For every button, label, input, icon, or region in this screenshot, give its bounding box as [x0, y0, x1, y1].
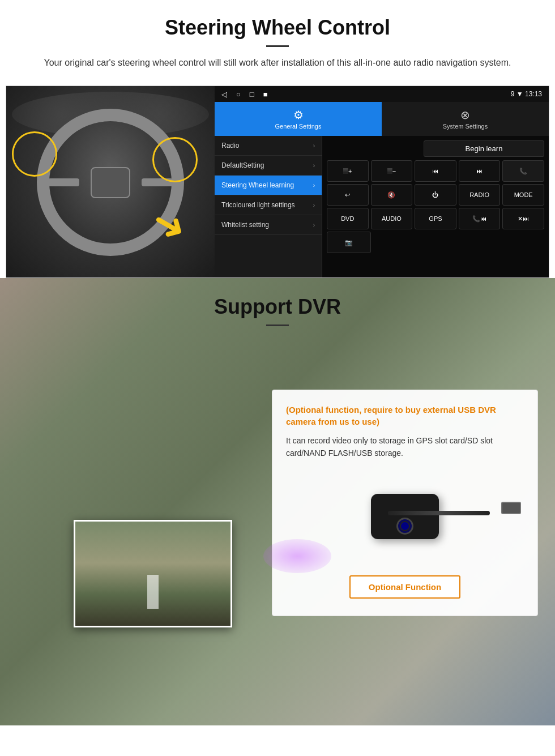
thumb-road-line — [147, 575, 159, 609]
ctrl-row-2: ↩ 🔇 ⏻ RADIO MODE — [327, 184, 544, 206]
dvr-camera-image — [286, 471, 524, 562]
camera-lens — [396, 518, 413, 535]
dvr-optional-text: (Optional function, require to buy exter… — [286, 404, 524, 428]
ctrl-row-1: 𝄚+ 𝄚− ⏮ ⏭ 📞 — [327, 160, 544, 182]
mode-button[interactable]: MODE — [502, 184, 544, 206]
dvr-thumbnail-inner — [75, 522, 230, 626]
chevron-icon: › — [313, 202, 315, 208]
back-call-button[interactable]: ↩ — [327, 184, 369, 206]
back-icon[interactable]: ◁ — [221, 90, 227, 99]
menu-item-whitelist-label: Whitelist setting — [221, 221, 269, 229]
tab-general-settings[interactable]: ⚙ General Settings — [215, 102, 382, 136]
menu-item-radio[interactable]: Radio › — [215, 136, 322, 156]
ctrl-row-3: DVD AUDIO GPS 📞⏮ ✕⏭ — [327, 208, 544, 229]
home-icon[interactable]: ○ — [236, 90, 241, 99]
menu-item-whitelist[interactable]: Whitelist setting › — [215, 215, 322, 235]
menu-item-tricoloured[interactable]: Tricoloured light settings › — [215, 195, 322, 215]
menu-item-steering-wheel[interactable]: Steering Wheel learning › — [215, 176, 322, 195]
next-track-button[interactable]: ⏭ — [459, 160, 501, 182]
tab-system-settings[interactable]: ⊗ System Settings — [382, 102, 549, 136]
settings-tabs: ⚙ General Settings ⊗ System Settings — [215, 102, 549, 136]
general-settings-icon: ⚙ — [293, 108, 304, 122]
dvr-right-area: (Optional function, require to buy exter… — [261, 333, 555, 718]
phone-prev-button[interactable]: 📞⏮ — [459, 208, 501, 229]
nav-icons: ◁ ○ □ ■ — [221, 90, 502, 99]
menu-item-steering-label: Steering Wheel learning — [221, 181, 294, 189]
steering-subtitle: Your original car's steering wheel contr… — [34, 56, 521, 70]
dvr-section-header: Support DVR — [0, 278, 555, 333]
android-ui-panel: ◁ ○ □ ■ 9 ▼ 13:13 ⚙ General Settings ⊗ S… — [215, 86, 549, 277]
dvr-description: It can record video only to storage in G… — [286, 434, 524, 460]
mute-button[interactable]: 🔇 — [371, 184, 413, 206]
steering-section: Steering Wheel Control Your original car… — [0, 0, 555, 278]
dvr-content-area: (Optional function, require to buy exter… — [0, 333, 555, 718]
tab-system-label: System Settings — [443, 123, 488, 130]
radio-button[interactable]: RADIO — [459, 184, 501, 206]
vol-down-button[interactable]: 𝄚− — [371, 160, 413, 182]
page-title: Steering Wheel Control — [34, 16, 521, 40]
steering-wheel-bg: ➜ — [6, 86, 215, 278]
mute-next-button[interactable]: ✕⏭ — [502, 208, 544, 229]
tab-general-label: General Settings — [275, 123, 322, 130]
spoke-left — [48, 178, 79, 186]
highlight-left — [12, 131, 57, 177]
chevron-icon: › — [313, 143, 315, 149]
control-grid: 𝄚+ 𝄚− ⏮ ⏭ 📞 ↩ 🔇 ⏻ RADIO MODE — [327, 160, 544, 253]
menu-item-default-label: DefaultSetting — [221, 161, 264, 169]
steering-header: Steering Wheel Control Your original car… — [0, 0, 555, 75]
camera-usb — [501, 502, 521, 514]
begin-learn-row: Begin learn — [327, 140, 544, 157]
menu-item-tricoloured-label: Tricoloured light settings — [221, 201, 295, 209]
status-time: 9 ▼ 13:13 — [511, 90, 542, 98]
android-status-bar: ◁ ○ □ ■ 9 ▼ 13:13 — [215, 86, 549, 102]
steering-wheel-center — [91, 167, 130, 198]
camera-cable — [388, 511, 490, 515]
controls-panel: Begin learn 𝄚+ 𝄚− ⏮ ⏭ 📞 ↩ — [322, 136, 549, 277]
chevron-icon: › — [313, 163, 315, 169]
dvr-left-area — [0, 333, 261, 718]
chevron-icon: › — [313, 222, 315, 228]
recents-icon[interactable]: □ — [250, 90, 254, 99]
camera-button[interactable]: 📷 — [327, 232, 371, 253]
audio-button[interactable]: AUDIO — [371, 208, 413, 229]
ctrl-row-4: 📷 — [327, 232, 544, 253]
dvr-title: Support DVR — [0, 295, 555, 319]
menu-item-radio-label: Radio — [221, 142, 239, 150]
dvr-divider — [266, 324, 289, 326]
steering-wheel-photo: ➜ — [6, 86, 215, 278]
begin-learn-button[interactable]: Begin learn — [424, 140, 544, 157]
camera-glow — [263, 539, 331, 573]
chevron-icon: › — [313, 182, 315, 189]
phone-button[interactable]: 📞 — [502, 160, 544, 182]
menu-list: Radio › DefaultSetting › Steering Wheel … — [215, 136, 322, 277]
optional-function-button[interactable]: Optional Function — [349, 575, 460, 599]
highlight-right — [152, 137, 198, 182]
dvd-button[interactable]: DVD — [327, 208, 369, 229]
system-settings-icon: ⊗ — [460, 108, 470, 122]
power-button[interactable]: ⏻ — [415, 184, 456, 206]
prev-track-button[interactable]: ⏮ — [415, 160, 456, 182]
title-divider — [266, 45, 289, 47]
dvr-thumbnail-photo — [74, 520, 232, 627]
menu-and-controls: Radio › DefaultSetting › Steering Wheel … — [215, 136, 549, 277]
ui-demo-container: ➜ ◁ ○ □ ■ 9 ▼ 13:13 ⚙ General Settings — [6, 86, 549, 278]
gps-button[interactable]: GPS — [415, 208, 456, 229]
vol-up-button[interactable]: 𝄚+ — [327, 160, 369, 182]
dvr-info-card: (Optional function, require to buy exter… — [272, 390, 538, 616]
camera-body — [371, 494, 439, 539]
menu-item-defaultsetting[interactable]: DefaultSetting › — [215, 156, 322, 176]
dvr-section: Support DVR (Optional function, require … — [0, 278, 555, 725]
menu-icon[interactable]: ■ — [263, 90, 268, 99]
